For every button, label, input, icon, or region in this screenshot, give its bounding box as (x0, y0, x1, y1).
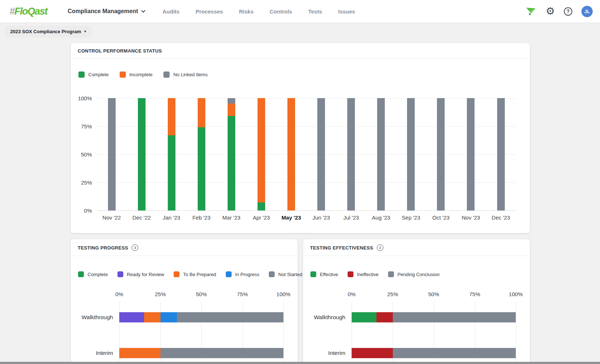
segment-in-progress[interactable] (160, 312, 177, 322)
bar-nov-22[interactable] (108, 98, 116, 210)
row-label: Walkthrough (71, 314, 119, 321)
floqast-logo[interactable]: #FloQast (9, 6, 47, 17)
bar-cell-sep-23 (396, 98, 426, 210)
bar-dec-22[interactable] (138, 98, 146, 210)
segment-effective[interactable] (352, 312, 376, 322)
legend-swatch-ready-for-review (117, 271, 123, 277)
segment-incomplete[interactable] (168, 98, 175, 135)
bar-walkthrough[interactable] (119, 312, 283, 322)
segment-pending-conclusion[interactable] (393, 312, 516, 322)
segment-no-linked-items[interactable] (347, 98, 355, 210)
info-icon[interactable]: i (377, 244, 383, 251)
segment-complete[interactable] (168, 135, 175, 210)
segment-complete[interactable] (228, 116, 235, 210)
settings-gear-icon[interactable]: ⚙ (546, 6, 555, 16)
legend-item-effective: Effective (310, 271, 338, 277)
chart-row-walkthrough: Walkthrough (71, 312, 283, 322)
bar-jan-23[interactable] (168, 98, 175, 210)
program-selector[interactable]: 2023 SOX Compliance Program ▾ (5, 26, 92, 38)
segment-no-linked-items[interactable] (108, 98, 116, 210)
legend-item-complete: Complete (78, 271, 108, 277)
nav-link-tests[interactable]: Tests (308, 8, 322, 15)
bar-jun-23[interactable] (317, 98, 325, 210)
legend-item-ineffective: Ineffective (348, 271, 379, 277)
segment-to-be-prepared[interactable] (144, 312, 160, 322)
segment-complete[interactable] (138, 98, 146, 210)
segment-incomplete[interactable] (258, 98, 265, 202)
control-performance-card: CONTROL PERFORMANCE STATUS CompleteIncom… (71, 43, 530, 233)
x-tick-label: Nov '22 (97, 214, 127, 221)
chart-row-interim: Interim (303, 348, 516, 358)
bar-cell-jan-23 (156, 98, 186, 210)
segment-ready-for-review[interactable] (119, 312, 144, 322)
bar-aug-23[interactable] (377, 98, 385, 210)
row-label: Walkthrough (303, 314, 352, 321)
nav-link-risks[interactable]: Risks (239, 8, 253, 15)
bar-interim[interactable] (119, 348, 283, 358)
nav-link-audits[interactable]: Audits (162, 8, 179, 15)
bar-jul-23[interactable] (347, 98, 355, 210)
segment-complete[interactable] (198, 127, 205, 210)
bars-layer (97, 98, 516, 210)
nav-link-processes[interactable]: Processes (196, 8, 223, 15)
segment-no-linked-items[interactable] (377, 98, 385, 210)
segment-to-be-prepared[interactable] (119, 348, 160, 358)
legend-label: Incomplete (129, 72, 153, 77)
x-tick-label: 25% (387, 291, 398, 297)
bar-sep-23[interactable] (407, 98, 415, 210)
bar-mar-23[interactable] (228, 98, 235, 210)
nav-link-controls[interactable]: Controls (270, 8, 292, 15)
segment-complete[interactable] (258, 202, 265, 210)
floqast-app-icon[interactable] (525, 6, 537, 17)
nav-link-issues[interactable]: Issues (338, 8, 355, 15)
x-tick-label: May '23 (276, 214, 306, 221)
bar-interim[interactable] (352, 348, 516, 358)
segment-pending-conclusion[interactable] (393, 348, 516, 358)
bar-walkthrough[interactable] (352, 312, 516, 322)
segment-no-linked-items[interactable] (437, 98, 445, 210)
bar-apr-23[interactable] (258, 98, 265, 210)
help-icon[interactable]: ? (564, 7, 572, 16)
x-tick-label: Apr '23 (246, 214, 276, 221)
x-tick-label: Aug '23 (366, 214, 396, 221)
legend-swatch-incomplete (120, 71, 126, 78)
bar-feb-23[interactable] (198, 98, 205, 210)
bar-cell-apr-23 (246, 98, 276, 210)
segment-no-linked-items[interactable] (228, 98, 235, 104)
nav-utilities: ⚙ ? JL (525, 6, 593, 17)
chevron-down-icon (142, 8, 146, 12)
segment-incomplete[interactable] (228, 104, 235, 116)
row-label: Interim (71, 350, 119, 356)
y-tick-label: 75% (81, 123, 92, 129)
info-icon[interactable]: i (132, 244, 138, 251)
bar-cell-jun-23 (306, 98, 336, 210)
segment-no-linked-items[interactable] (467, 98, 475, 210)
legend-swatch-pending-conclusion (388, 271, 394, 277)
product-switcher-dropdown[interactable]: Compliance Management (68, 8, 145, 15)
bar-oct-23[interactable] (437, 98, 445, 210)
bar-dec-23[interactable] (497, 98, 505, 210)
legend-label: Complete (88, 272, 108, 277)
segment-incomplete[interactable] (198, 98, 205, 127)
segment-not-started[interactable] (177, 312, 284, 322)
segment-incomplete[interactable] (287, 98, 295, 210)
chart-plot-area: WalkthroughInterim (303, 302, 530, 363)
bar-may-23[interactable] (287, 98, 295, 210)
x-tick-label: Jan '23 (156, 214, 186, 221)
user-avatar[interactable]: JL (581, 6, 593, 17)
segment-no-linked-items[interactable] (497, 98, 505, 210)
segment-ineffective[interactable] (376, 312, 393, 322)
segment-not-started[interactable] (160, 348, 284, 358)
y-tick-label: 0% (84, 208, 92, 214)
segment-no-linked-items[interactable] (317, 98, 325, 210)
bar-nov-23[interactable] (467, 98, 475, 210)
panel-title: CONTROL PERFORMANCE STATUS (78, 48, 162, 54)
x-tick-label: 50% (428, 291, 439, 297)
x-tick-label: 75% (237, 291, 248, 297)
row-label: Interim (303, 350, 352, 356)
segment-ineffective[interactable] (352, 348, 393, 358)
bar-cell-mar-23 (216, 98, 246, 210)
y-tick-label: 25% (81, 179, 92, 186)
x-tick-label: 50% (196, 291, 207, 297)
segment-no-linked-items[interactable] (407, 98, 415, 210)
